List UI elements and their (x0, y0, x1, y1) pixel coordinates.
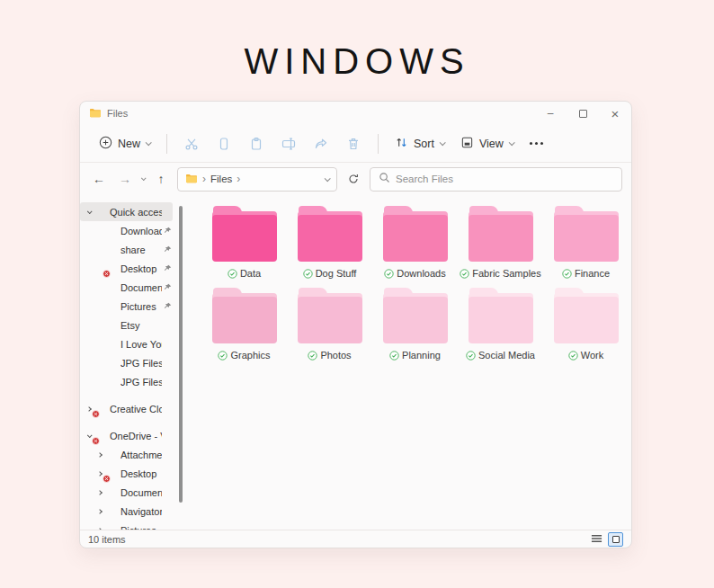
sidebar-item-pictures[interactable]: Pictures (80, 297, 173, 316)
sidebar-item-label: Attachments (120, 450, 162, 460)
folder-icon (105, 357, 121, 370)
new-button[interactable]: New (91, 130, 158, 157)
pin-glyph (164, 302, 172, 310)
sidebar-item-share[interactable]: share (80, 240, 173, 259)
share-button[interactable] (305, 130, 337, 157)
download-icon (105, 225, 121, 237)
folder-item-planning[interactable]: Planning (372, 288, 458, 361)
folder-item-photos[interactable]: Photos (287, 288, 372, 361)
sidebar-item-i-love-you-mom[interactable]: I Love You Mom (80, 334, 173, 353)
search-box[interactable] (370, 167, 622, 192)
sidebar-item-documents[interactable]: Documents (80, 483, 173, 502)
search-icon (379, 171, 390, 187)
synced-check-icon (303, 269, 313, 279)
folder-icon (212, 206, 277, 262)
folder-item-fabric-samples[interactable]: Fabric Samples (458, 206, 543, 279)
folder-icon (298, 288, 362, 343)
sidebar-item-documents[interactable]: Documents (80, 278, 173, 297)
folder-grid: Data Dog Stuff Downloads Fabric Samples (185, 195, 631, 530)
paste-button[interactable] (240, 130, 272, 157)
copy-button[interactable] (208, 130, 240, 157)
cut-button[interactable] (175, 130, 208, 157)
breadcrumb-separator: › (237, 173, 240, 185)
sidebar-item-etsy[interactable]: Etsy (80, 316, 173, 334)
desktop-error-icon (105, 263, 120, 275)
recent-locations-chevron-icon[interactable] (141, 175, 147, 181)
folder-item-graphics[interactable]: Graphics (201, 288, 287, 361)
sidebar-item-jpg-files[interactable]: JPG Files (80, 353, 173, 372)
address-dropdown-chevron-icon[interactable] (325, 175, 331, 182)
expander-chevron-icon[interactable] (94, 491, 105, 494)
synced-check-icon (466, 351, 476, 361)
view-button[interactable]: View (452, 130, 522, 157)
scissors-icon (184, 137, 199, 151)
folder-name: Finance (575, 268, 610, 279)
folder-item-data[interactable]: Data (201, 206, 287, 279)
pictures-icon (105, 524, 121, 530)
expander-chevron-icon[interactable] (94, 453, 105, 457)
rename-button[interactable] (272, 130, 305, 157)
content-area: Quick access Downloads share Desktop Doc… (80, 195, 631, 530)
details-view-toggle[interactable] (591, 533, 602, 546)
address-bar[interactable]: › Files › (177, 167, 337, 192)
sidebar-item-creative-cloud-fil[interactable]: Creative Cloud Fil (80, 399, 173, 418)
pin-glyph (164, 283, 172, 291)
sidebar-item-label: Pictures (120, 301, 162, 312)
pin-icon (162, 302, 173, 310)
page-title: WINDOWS (0, 41, 714, 82)
forward-button[interactable]: → (115, 172, 135, 186)
copy-icon (217, 137, 231, 151)
window-folder-icon (89, 105, 102, 121)
sidebar-item-onedrive-vic-d[interactable]: OneDrive - VIC - D (80, 426, 173, 445)
sidebar-item-desktop[interactable]: Desktop (80, 464, 173, 483)
sidebar-item-pictures[interactable]: Pictures (80, 521, 173, 530)
rename-icon (281, 137, 296, 151)
plus-circle-icon (99, 136, 112, 152)
sidebar-item-navigator[interactable]: Navigator (80, 502, 173, 521)
delete-button[interactable] (337, 130, 370, 157)
sidebar-item-label: JPG Files (120, 377, 162, 388)
share-icon (314, 137, 328, 151)
folder-item-work[interactable]: Work (543, 288, 629, 361)
folder-item-downloads[interactable]: Downloads (372, 206, 458, 279)
item-count-label: 10 items (88, 534, 126, 545)
more-options-button[interactable] (522, 130, 551, 157)
sidebar-scrollbar[interactable] (179, 206, 183, 503)
search-input[interactable] (396, 174, 613, 184)
folder-icon (105, 505, 121, 518)
sidebar-item-downloads[interactable]: Downloads (80, 221, 173, 240)
cloud-error-icon (94, 403, 110, 415)
folder-item-finance[interactable]: Finance (543, 206, 629, 279)
expander-chevron-icon[interactable] (94, 529, 105, 530)
folder-icon (105, 376, 121, 388)
breadcrumb[interactable]: Files (210, 174, 232, 184)
sidebar-item-desktop[interactable]: Desktop (80, 259, 173, 278)
pin-icon (162, 283, 173, 291)
sidebar-item-label: Creative Cloud Fil (110, 404, 162, 414)
file-explorer-window: Files – × New (79, 101, 632, 548)
pictures-icon (105, 300, 120, 313)
folder-icon (383, 206, 448, 262)
expander-chevron-icon[interactable] (94, 510, 105, 513)
pin-glyph (164, 264, 172, 272)
sidebar-item-label: Navigator (120, 506, 162, 517)
sidebar-item-quick-access[interactable]: Quick access (80, 202, 173, 221)
minimize-button[interactable]: – (534, 102, 567, 125)
sidebar-item-jpg-files[interactable]: JPG Files (80, 372, 173, 391)
maximize-icon (579, 110, 587, 118)
sync-error-badge-icon (92, 409, 100, 417)
maximize-button[interactable] (567, 102, 599, 125)
large-icons-view-toggle[interactable] (608, 532, 623, 547)
up-button[interactable]: ↑ (151, 172, 171, 186)
chevron-down-icon (508, 139, 514, 146)
close-button[interactable]: × (599, 102, 631, 125)
folder-item-dog-stuff[interactable]: Dog Stuff (287, 206, 372, 279)
sidebar-item-attachments[interactable]: Attachments (80, 445, 173, 464)
more-options-icon (530, 142, 543, 145)
document-icon (105, 281, 121, 294)
back-button[interactable]: ← (89, 172, 109, 186)
expander-chevron-icon[interactable] (84, 210, 94, 214)
sort-button[interactable]: Sort (387, 130, 452, 157)
refresh-button[interactable] (344, 173, 363, 185)
folder-item-social-media[interactable]: Social Media (458, 288, 543, 361)
